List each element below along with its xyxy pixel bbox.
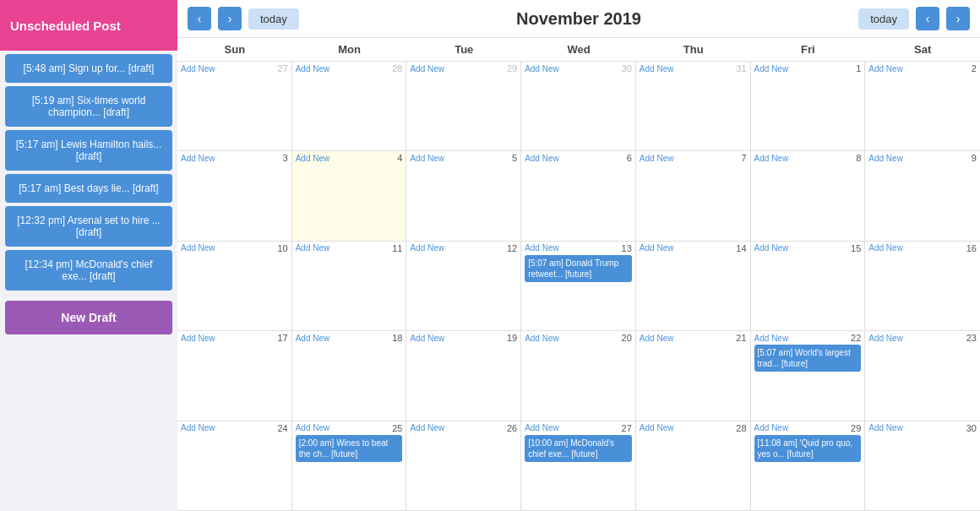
add-new-10[interactable]: Add New	[181, 243, 215, 253]
calendar-grid: SunMonTueWedThuFriSat Add New27Add New28…	[177, 38, 980, 511]
draft-item-2[interactable]: [5:17 am] Lewis Hamilton hails... [draft…	[5, 130, 172, 171]
day-cell-30: Add New30	[865, 421, 980, 510]
day-cell-5: Add New5	[406, 151, 521, 240]
day-number-9: 9	[972, 153, 977, 163]
add-new-18[interactable]: Add New	[296, 334, 330, 343]
day-header-fri: Fri	[751, 38, 866, 61]
add-new-30[interactable]: Add New	[525, 64, 559, 73]
add-new-3[interactable]: Add New	[181, 154, 215, 163]
add-new-16[interactable]: Add New	[868, 243, 903, 253]
day-cell-22: Add New22[5:07 am] World's largest trad.…	[751, 331, 866, 420]
add-new-25[interactable]: Add New	[296, 423, 330, 432]
day-cell-26: Add New26	[406, 421, 521, 510]
day-number-1: 1	[856, 63, 861, 73]
draft-item-1[interactable]: [5:19 am] Six-times world champion... [d…	[5, 86, 172, 127]
day-number-14: 14	[736, 243, 746, 253]
add-new-24[interactable]: Add New	[181, 423, 215, 432]
draft-item-0[interactable]: [5:48 am] Sign up for... [draft]	[5, 54, 172, 83]
day-cell-8: Add New8	[751, 151, 866, 240]
day-number-11: 11	[392, 243, 402, 253]
add-new-9[interactable]: Add New	[868, 154, 903, 163]
add-new-17[interactable]: Add New	[181, 334, 215, 343]
next-month-left-button[interactable]: ›	[218, 7, 242, 30]
add-new-13[interactable]: Add New	[525, 243, 559, 253]
add-new-7[interactable]: Add New	[640, 154, 674, 163]
day-number-29: 29	[851, 423, 861, 433]
day-number-10: 10	[277, 243, 287, 253]
day-cell-7: Add New7	[636, 151, 751, 240]
day-cell-23: Add New23	[865, 331, 980, 420]
top-nav: ‹ › today November 2019 today ‹ ›	[177, 0, 980, 38]
day-number-5: 5	[512, 153, 517, 163]
event-block-25[interactable]: [2:00 am] Wines to beat the ch... [futur…	[296, 435, 403, 462]
add-new-2[interactable]: Add New	[868, 64, 903, 73]
add-new-14[interactable]: Add New	[640, 243, 674, 253]
add-new-12[interactable]: Add New	[410, 243, 444, 253]
add-new-28[interactable]: Add New	[640, 423, 674, 432]
event-block-27[interactable]: [10:00 am] McDonald's chief exe... [futu…	[525, 435, 632, 462]
day-cell-13: Add New13[5:07 am] Donald Trump retweet.…	[521, 242, 636, 330]
day-cell-28: Add New28	[292, 62, 407, 150]
add-new-19[interactable]: Add New	[410, 334, 444, 343]
new-draft-button[interactable]: New Draft	[5, 301, 172, 334]
day-number-12: 12	[507, 243, 517, 253]
add-new-27[interactable]: Add New	[525, 423, 559, 432]
day-cell-17: Add New17	[177, 331, 292, 420]
add-new-27[interactable]: Add New	[181, 64, 215, 73]
add-new-1[interactable]: Add New	[754, 64, 789, 73]
unscheduled-label: Unscheduled Post	[10, 19, 121, 33]
day-cell-10: Add New10	[177, 242, 292, 330]
next-month-right-button[interactable]: ›	[946, 7, 970, 30]
draft-item-5[interactable]: [12:34 pm] McDonald's chief exe... [draf…	[5, 250, 172, 291]
month-title: November 2019	[306, 9, 852, 29]
week-row-0: Add New27Add New28Add New29Add New30Add …	[177, 62, 980, 151]
prev-month-left-button[interactable]: ‹	[188, 7, 211, 30]
draft-item-3[interactable]: [5:17 am] Best days lie... [draft]	[5, 174, 172, 203]
day-header-sat: Sat	[865, 38, 980, 61]
add-new-29[interactable]: Add New	[410, 64, 444, 73]
today-button-left[interactable]: today	[248, 8, 299, 30]
day-number-4: 4	[397, 153, 402, 163]
add-new-6[interactable]: Add New	[525, 154, 559, 163]
prev-month-right-button[interactable]: ‹	[916, 7, 939, 30]
day-number-2: 2	[972, 63, 977, 73]
add-new-20[interactable]: Add New	[525, 334, 559, 343]
add-new-28[interactable]: Add New	[296, 64, 330, 73]
draft-item-4[interactable]: [12:32 pm] Arsenal set to hire ... [draf…	[5, 206, 172, 247]
day-cell-30: Add New30	[521, 62, 636, 150]
add-new-29[interactable]: Add New	[754, 423, 789, 432]
today-button-right[interactable]: today	[858, 8, 909, 30]
day-number-25: 25	[392, 423, 402, 433]
add-new-31[interactable]: Add New	[640, 64, 674, 73]
add-new-8[interactable]: Add New	[754, 154, 789, 163]
day-number-26: 26	[507, 423, 517, 433]
event-block-13[interactable]: [5:07 am] Donald Trump retweet... [futur…	[525, 255, 632, 282]
add-new-5[interactable]: Add New	[410, 154, 444, 163]
event-block-22[interactable]: [5:07 am] World's largest trad... [futur…	[754, 345, 862, 372]
day-cell-1: Add New1	[751, 62, 866, 150]
day-cell-9: Add New9	[865, 151, 980, 240]
add-new-15[interactable]: Add New	[754, 243, 789, 253]
day-cell-27: Add New27[10:00 am] McDonald's chief exe…	[521, 421, 636, 510]
add-new-30[interactable]: Add New	[868, 423, 903, 432]
day-cell-18: Add New18	[292, 331, 407, 420]
day-cell-27: Add New27	[177, 62, 292, 150]
day-number-19: 19	[507, 333, 517, 343]
add-new-23[interactable]: Add New	[868, 334, 903, 343]
event-block-29[interactable]: [11:08 am] 'Quid pro quo, yes o... [futu…	[754, 435, 862, 462]
day-number-21: 21	[736, 333, 746, 343]
add-new-22[interactable]: Add New	[754, 334, 789, 343]
unscheduled-header: Unscheduled Post	[0, 0, 177, 51]
day-number-6: 6	[627, 153, 632, 163]
day-headers: SunMonTueWedThuFriSat	[177, 38, 980, 62]
add-new-21[interactable]: Add New	[640, 334, 674, 343]
day-number-24: 24	[277, 423, 287, 433]
add-new-11[interactable]: Add New	[296, 243, 330, 253]
add-new-26[interactable]: Add New	[410, 423, 444, 432]
day-header-wed: Wed	[521, 38, 636, 61]
add-new-4[interactable]: Add New	[296, 154, 330, 163]
day-header-mon: Mon	[292, 38, 407, 61]
draft-list: [5:48 am] Sign up for... [draft][5:19 am…	[0, 51, 177, 294]
day-number-16: 16	[966, 243, 977, 253]
day-cell-11: Add New11	[292, 242, 407, 330]
